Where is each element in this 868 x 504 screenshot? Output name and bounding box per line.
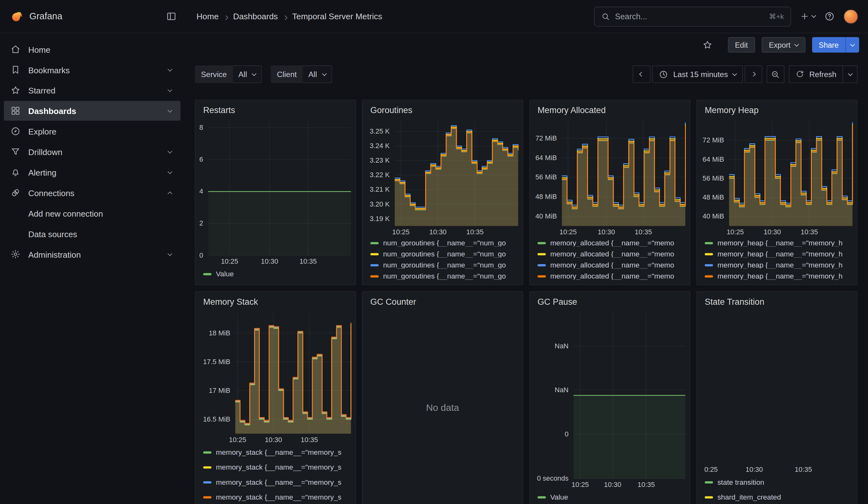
sidebar-item-connections[interactable]: Connections (4, 183, 180, 203)
share-menu-button[interactable] (845, 37, 859, 53)
sidebar-toggle-icon[interactable] (166, 11, 176, 21)
variable-value-dropdown[interactable]: All (233, 65, 262, 83)
legend-color-swatch (705, 481, 713, 483)
legend-item[interactable]: memory_allocated {__name__="memo (538, 250, 682, 258)
svg-text:10:25: 10:25 (221, 257, 238, 265)
time-shift-back-button[interactable] (633, 65, 651, 83)
sidebar-item-home[interactable]: Home (4, 40, 180, 59)
svg-text:56 MiB: 56 MiB (703, 174, 724, 182)
avatar[interactable] (844, 9, 858, 24)
breadcrumb: Home Dashboards Temporal Server Metrics (197, 12, 382, 21)
panel-title[interactable]: Restarts (195, 100, 355, 117)
panel-title[interactable]: State Transition (697, 292, 857, 309)
breadcrumb-separator-icon (283, 12, 287, 21)
legend-item[interactable]: memory_allocated {__name__="memo (538, 261, 682, 269)
panel-title[interactable]: GC Pause (530, 292, 690, 309)
chart-canvas[interactable]: 0:2510:3010:35 (697, 309, 857, 475)
svg-text:0: 0 (565, 430, 568, 438)
sidebar-item-alerting[interactable]: Alerting (4, 162, 180, 182)
legend-item[interactable]: num_goroutines {__name__="num_go (370, 272, 515, 280)
svg-text:10:30: 10:30 (265, 436, 282, 444)
chart-area[interactable]: 18 MiB17.5 MiB17 MiB16.5 MiB10:2510:3010… (195, 309, 355, 445)
panel-title[interactable]: GC Counter (363, 292, 523, 309)
chart-area[interactable]: 3.25 K3.24 K3.23 K3.22 K3.21 K3.20 K3.19… (363, 117, 523, 237)
legend-item[interactable]: Value (538, 492, 682, 503)
legend-item[interactable]: memory_allocated {__name__="memo (538, 239, 682, 247)
svg-text:NaN: NaN (555, 386, 568, 394)
sidebar-item-explore[interactable]: Explore (4, 121, 180, 141)
sidebar-item-starred[interactable]: Starred (4, 80, 180, 100)
chart-canvas[interactable]: 18 MiB17.5 MiB17 MiB16.5 MiB10:2510:3010… (195, 309, 355, 445)
top-bar: Grafana Home Dashboards Temporal Server … (0, 0, 868, 33)
panel-title[interactable]: Goroutines (363, 100, 523, 117)
legend-item[interactable]: memory_stack {__name__="memory_s (203, 492, 348, 503)
add-menu-button[interactable] (800, 12, 815, 21)
export-button[interactable]: Export (762, 37, 806, 53)
variable-value-dropdown[interactable]: All (303, 65, 332, 83)
chart-canvas[interactable]: 3.25 K3.24 K3.23 K3.22 K3.21 K3.20 K3.19… (363, 117, 523, 237)
legend-item[interactable]: num_goroutines {__name__="num_go (370, 250, 515, 258)
share-button[interactable]: Share (812, 37, 845, 53)
chart-area[interactable]: NaNNaN00 seconds10:2510:3010:35 (530, 309, 690, 490)
legend-item[interactable]: state transition (705, 477, 849, 488)
legend-color-swatch (370, 275, 379, 277)
chart-canvas[interactable]: 8642010:2510:3010:35 (195, 117, 355, 267)
legend-item[interactable]: num_goroutines {__name__="num_go (370, 261, 515, 269)
panel-title[interactable]: Memory Stack (195, 292, 355, 309)
edit-button[interactable]: Edit (728, 37, 755, 53)
chevron-down-icon (168, 108, 172, 112)
help-icon[interactable] (824, 11, 835, 21)
refresh-interval-button[interactable] (843, 66, 857, 83)
legend-item[interactable]: shard_item_created (705, 492, 849, 503)
grafana-logo[interactable] (9, 9, 23, 24)
search-input[interactable] (615, 12, 764, 21)
legend-item[interactable]: memory_stack {__name__="memory_s (203, 462, 348, 473)
legend-item[interactable]: memory_heap {__name__="memory_h (705, 250, 849, 258)
legend-label: shard_item_created (717, 492, 781, 503)
variable-client[interactable]: Client All (271, 65, 332, 83)
legend-item[interactable]: memory_stack {__name__="memory_s (203, 447, 348, 458)
sidebar-item-add-new-connection[interactable]: Add new connection (4, 203, 180, 223)
sidebar-item-administration[interactable]: Administration (4, 244, 180, 264)
variable-service[interactable]: Service All (195, 65, 262, 83)
chart-area[interactable]: 8642010:2510:3010:35 (195, 117, 355, 267)
chart-canvas[interactable]: 72 MiB64 MiB56 MiB48 MiB40 MiB10:2510:30… (530, 117, 690, 237)
zoom-out-icon[interactable] (767, 65, 784, 83)
legend-item[interactable]: memory_stack {__name__="memory_s (203, 477, 348, 488)
svg-text:10:30: 10:30 (764, 228, 781, 236)
chart-area[interactable]: 0:2510:3010:35 (697, 309, 857, 475)
panel-title[interactable]: Memory Heap (697, 100, 857, 117)
legend-color-swatch (705, 242, 713, 244)
legend-label: state transition (717, 477, 764, 488)
time-shift-forward-button[interactable] (745, 65, 762, 83)
chevron-down-icon (168, 66, 172, 71)
chart-area[interactable]: 72 MiB64 MiB56 MiB48 MiB40 MiB10:2510:30… (697, 117, 857, 237)
chart-area[interactable]: 72 MiB64 MiB56 MiB48 MiB40 MiB10:2510:30… (530, 117, 690, 237)
legend-item[interactable]: num_goroutines {__name__="num_go (370, 239, 515, 247)
legend-item[interactable]: Value (203, 269, 348, 280)
chart-canvas[interactable]: NaNNaN00 seconds10:2510:3010:35 (530, 309, 690, 490)
panel-title[interactable]: Memory Allocated (530, 100, 690, 117)
sidebar-item-data-sources[interactable]: Data sources (4, 224, 180, 244)
breadcrumb-dashboards[interactable]: Dashboards (233, 12, 278, 21)
legend-item[interactable]: memory_allocated {__name__="memo (538, 272, 682, 280)
svg-text:10:30: 10:30 (604, 481, 621, 488)
favorite-star-icon[interactable] (702, 40, 712, 50)
legend-item[interactable]: memory_heap {__name__="memory_h (705, 261, 849, 269)
search-box[interactable]: ⌘+k (594, 6, 791, 26)
legend-item[interactable]: memory_heap {__name__="memory_h (705, 239, 849, 247)
time-range-picker[interactable]: Last 15 minutes (652, 65, 743, 83)
refresh-button[interactable]: Refresh (789, 66, 843, 83)
sidebar-item-drilldown[interactable]: Drilldown (4, 142, 180, 162)
sidebar-item-dashboards[interactable]: Dashboards (4, 101, 180, 121)
legend-label: memory_stack {__name__="memory_s (216, 447, 342, 458)
chart-canvas[interactable]: 72 MiB64 MiB56 MiB48 MiB40 MiB10:2510:30… (697, 117, 857, 237)
sidebar-item-bookmarks[interactable]: Bookmarks (4, 60, 180, 80)
breadcrumb-home[interactable]: Home (197, 12, 219, 21)
home-icon (10, 44, 21, 54)
sidebar-item-label: Bookmarks (28, 65, 161, 74)
svg-text:40 MiB: 40 MiB (703, 212, 724, 220)
panel-memory-allocated: Memory Allocated72 MiB64 MiB56 MiB48 MiB… (529, 100, 690, 286)
panel-memory-stack: Memory Stack18 MiB17.5 MiB17 MiB16.5 MiB… (195, 291, 356, 504)
legend-item[interactable]: memory_heap {__name__="memory_h (705, 272, 849, 280)
